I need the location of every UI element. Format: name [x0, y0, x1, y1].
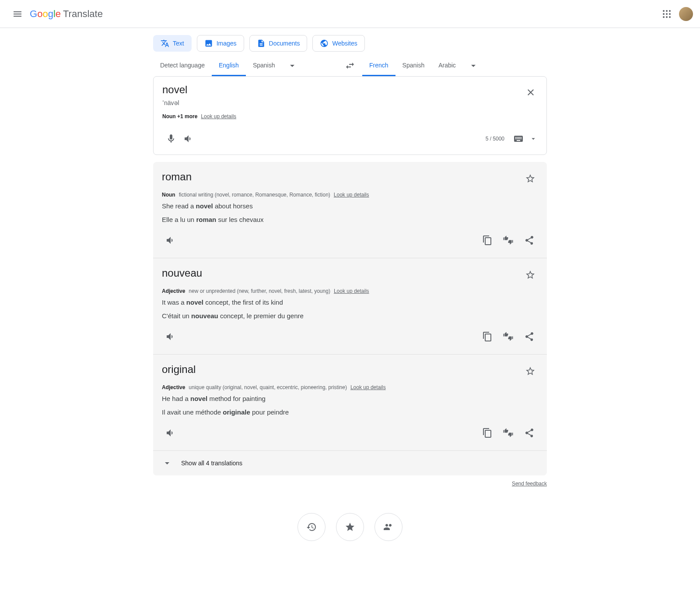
- star-outline-icon: [525, 173, 536, 184]
- send-feedback-link[interactable]: Send feedback: [512, 481, 547, 487]
- source-lang-tab[interactable]: Detect language: [153, 55, 212, 76]
- clear-input-button[interactable]: [522, 84, 539, 101]
- svg-point-2: [666, 10, 668, 12]
- rate-translation-button[interactable]: [500, 232, 517, 249]
- result-description: new or unpredented (new, further, novel,…: [189, 288, 330, 294]
- voice-input-button[interactable]: [162, 130, 180, 148]
- swap-icon: [345, 60, 355, 71]
- svg-point-6: [669, 13, 671, 15]
- mode-tab-label: Text: [173, 40, 184, 47]
- mode-tab-images[interactable]: Images: [197, 35, 244, 52]
- source-lang-tab[interactable]: Spanish: [246, 55, 282, 76]
- save-translation-button[interactable]: [522, 170, 539, 187]
- thumbs-icon: [503, 428, 514, 438]
- product-name: Translate: [63, 8, 103, 20]
- translation-result: romanNounfictional writing (novel, roman…: [153, 162, 547, 258]
- share-translation-button[interactable]: [521, 328, 538, 345]
- example-target: Elle a lu un roman sur les chevaux: [162, 215, 538, 225]
- copy-translation-button[interactable]: [479, 328, 496, 345]
- example-target: C'était un nouveau concept, le premier d…: [162, 311, 538, 321]
- mode-tab-text[interactable]: Text: [153, 35, 192, 52]
- mode-tab-documents[interactable]: Documents: [249, 35, 308, 52]
- share-icon: [524, 235, 535, 246]
- target-lang-tab[interactable]: Spanish: [396, 55, 432, 76]
- google-logo-icon: Google: [30, 9, 62, 19]
- example-source: It was a novel concept, the first of its…: [162, 298, 538, 308]
- copy-translation-button[interactable]: [479, 424, 496, 442]
- result-word: nouveau: [162, 267, 538, 279]
- listen-translation-button[interactable]: [162, 232, 179, 249]
- listen-translation-button[interactable]: [162, 424, 179, 442]
- speaker-icon: [165, 428, 176, 438]
- copy-icon: [482, 331, 493, 342]
- source-text-input[interactable]: novel: [162, 84, 520, 98]
- example-target: Il avait une méthode originale pour pein…: [162, 408, 538, 418]
- main-menu-button[interactable]: [7, 4, 28, 25]
- close-icon: [525, 87, 536, 98]
- show-all-translations-button[interactable]: Show all 4 translations: [153, 451, 547, 475]
- thumbs-icon: [503, 331, 514, 342]
- lookup-details-link[interactable]: Look up details: [334, 288, 369, 294]
- feedback-row: Send feedback: [153, 481, 547, 487]
- show-all-label: Show all 4 translations: [181, 460, 242, 467]
- globe-icon: [320, 39, 329, 48]
- translation-result: nouveauAdjectivenew or unpredented (new,…: [153, 258, 547, 355]
- share-translation-button[interactable]: [521, 424, 538, 442]
- account-avatar[interactable]: [679, 7, 693, 21]
- listen-source-button[interactable]: [180, 130, 197, 148]
- example-source: He had a novel method for painting: [162, 394, 538, 404]
- example-source: She read a novel about horses: [162, 201, 538, 211]
- target-lang-dropdown[interactable]: [465, 57, 482, 74]
- google-apps-button[interactable]: [658, 5, 676, 23]
- listen-translation-button[interactable]: [162, 328, 179, 345]
- pos-summary: Noun +1 more: [162, 113, 197, 119]
- source-lang-tab[interactable]: English: [212, 55, 246, 76]
- speaker-icon: [165, 235, 176, 246]
- character-count: 5 / 5000: [486, 136, 504, 142]
- copy-icon: [482, 235, 493, 246]
- keyboard-icon: [513, 134, 524, 144]
- translate-icon: [161, 39, 169, 48]
- language-row: Detect languageEnglishSpanish FrenchSpan…: [153, 55, 547, 76]
- people-icon: [383, 522, 394, 532]
- speaker-icon: [165, 331, 176, 342]
- bottom-actions: [153, 513, 547, 550]
- contribute-button[interactable]: [374, 513, 402, 541]
- mode-tab-websites[interactable]: Websites: [312, 35, 364, 52]
- result-pos: Adjective: [162, 384, 185, 390]
- mode-tab-label: Images: [217, 40, 237, 47]
- target-lang-tab[interactable]: French: [362, 55, 396, 76]
- caret-down-icon: [529, 135, 537, 143]
- chevron-down-icon: [468, 60, 479, 71]
- lookup-details-link[interactable]: Look up details: [350, 384, 386, 390]
- app-header: Google Translate: [0, 0, 700, 28]
- target-lang-tab[interactable]: Arabic: [431, 55, 463, 76]
- lookup-details-link[interactable]: Look up details: [334, 192, 369, 198]
- translation-results-panel: romanNounfictional writing (novel, roman…: [153, 162, 547, 475]
- source-lang-dropdown[interactable]: [284, 57, 301, 74]
- svg-point-9: [669, 16, 671, 18]
- mode-tabs: TextImagesDocumentsWebsites: [153, 28, 547, 55]
- rate-translation-button[interactable]: [500, 424, 517, 442]
- svg-point-3: [669, 10, 671, 12]
- save-translation-button[interactable]: [522, 266, 539, 284]
- result-word: roman: [162, 171, 538, 183]
- copy-translation-button[interactable]: [479, 232, 496, 249]
- result-pos: Adjective: [162, 288, 185, 294]
- document-icon: [257, 39, 266, 48]
- share-translation-button[interactable]: [521, 232, 538, 249]
- svg-point-1: [663, 10, 665, 12]
- keyboard-button[interactable]: [510, 130, 527, 148]
- lookup-details-link[interactable]: Look up details: [201, 113, 236, 119]
- save-translation-button[interactable]: [522, 362, 539, 380]
- history-icon: [306, 522, 317, 532]
- saved-button[interactable]: [336, 513, 364, 541]
- keyboard-dropdown[interactable]: [529, 130, 538, 148]
- result-description: unique quality (original, novel, quaint,…: [189, 384, 347, 390]
- rate-translation-button[interactable]: [500, 328, 517, 345]
- history-button[interactable]: [298, 513, 326, 541]
- logo[interactable]: Google Translate: [30, 8, 103, 20]
- share-icon: [524, 428, 535, 438]
- result-description: fictional writing (novel, romance, Roman…: [179, 192, 330, 198]
- swap-languages-button[interactable]: [341, 57, 359, 74]
